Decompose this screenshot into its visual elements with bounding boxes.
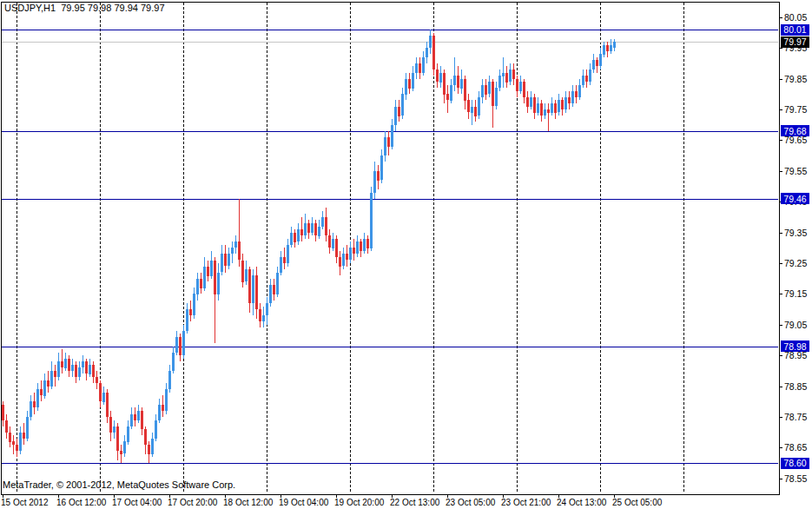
candle-body-bear xyxy=(200,279,202,288)
candle-body-bear xyxy=(2,405,4,420)
candle-body-bear xyxy=(68,359,70,371)
candle-body-bull xyxy=(498,76,501,88)
y-axis-label: 79.35 xyxy=(784,228,807,238)
candle-body-bear xyxy=(259,309,261,321)
candle-body-bull xyxy=(519,82,522,91)
candle-body-bear xyxy=(585,76,588,82)
candle-body-bear xyxy=(99,383,102,401)
candle-body-bull xyxy=(429,36,432,48)
candle-body-bull xyxy=(165,389,168,411)
candle-body-bull xyxy=(19,433,22,451)
candle-body-bear xyxy=(248,269,251,303)
candle-body-bear xyxy=(16,445,18,451)
candle-body-bear xyxy=(335,239,338,257)
candle-body-bear xyxy=(96,377,98,383)
y-axis-label: 79.25 xyxy=(784,258,807,268)
candle-body-bull xyxy=(193,294,195,315)
y-axis-label: 79.75 xyxy=(784,104,807,115)
y-axis-label: 79.05 xyxy=(784,320,807,330)
candle-body-bull xyxy=(71,365,74,371)
candle-body-bull xyxy=(113,426,116,433)
candle-body-bear xyxy=(314,223,317,235)
candle-body-bull xyxy=(544,109,546,116)
x-axis-label: 22 Oct 13:00 xyxy=(390,498,440,507)
candle-body-bear xyxy=(346,254,348,260)
candle-body-bear xyxy=(526,97,529,107)
candle-body-bear xyxy=(505,73,508,83)
candle-body-bear xyxy=(214,261,216,294)
candle-body-bull xyxy=(599,54,602,66)
candle-body-bull xyxy=(422,57,425,73)
y-axis-label: 78.55 xyxy=(784,473,807,484)
candle-body-bear xyxy=(207,267,209,276)
candle-body-bear xyxy=(446,94,449,100)
candle-body-bull xyxy=(168,371,171,389)
candle-body-bear xyxy=(189,309,192,315)
candle-body-bull xyxy=(426,48,428,57)
y-axis-label: 78.65 xyxy=(784,442,807,453)
candle-body-bear xyxy=(85,361,88,373)
candle-body-bear xyxy=(419,63,421,73)
candle-body-bull xyxy=(217,273,220,294)
candle-body-bear xyxy=(116,426,119,451)
y-axis-label: 78.85 xyxy=(784,381,807,392)
candle-body-bull xyxy=(412,73,414,89)
candle-body-bull xyxy=(287,245,289,263)
candle-body-bear xyxy=(464,79,466,101)
candle-body-bull xyxy=(234,241,237,248)
candle-body-bull xyxy=(231,248,234,254)
candle-body-bull xyxy=(182,331,185,355)
candle-body-bull xyxy=(478,97,480,116)
candle-body-bull xyxy=(127,426,129,442)
candle-body-bull xyxy=(394,107,397,125)
x-axis-label: 17 Oct 20:00 xyxy=(168,498,218,507)
candle-body-bear xyxy=(33,401,36,407)
candle-body-bear xyxy=(238,241,241,260)
candle-body-bull xyxy=(137,411,140,420)
candle-body-bull xyxy=(26,417,29,439)
candle-body-bear xyxy=(109,417,112,433)
candle-body-bull xyxy=(252,275,254,303)
candle-body-bear xyxy=(148,445,150,454)
candle-body-bear xyxy=(325,217,327,235)
candle-body-bull xyxy=(64,359,67,368)
candle-body-bull xyxy=(318,227,320,236)
candle-body-bull xyxy=(50,371,53,387)
candle-body-bull xyxy=(603,45,605,55)
candle-body-bear xyxy=(547,109,550,113)
candle-body-bear xyxy=(224,254,227,266)
candle-body-bear xyxy=(120,451,122,454)
candle-body-bull xyxy=(228,254,230,266)
candle-body-bear xyxy=(328,235,331,248)
candle-body-bear xyxy=(241,261,244,282)
candle-body-bear xyxy=(92,365,95,377)
candle-body-bull xyxy=(57,361,60,377)
chart-canvas[interactable]: 80.0579.9579.8579.7579.6579.5579.4579.35… xyxy=(0,0,812,509)
candle-body-bull xyxy=(210,261,213,276)
candle-body-bear xyxy=(283,257,286,263)
candle-body-bull xyxy=(363,239,366,251)
candle-body-bull xyxy=(43,380,46,396)
x-axis-label: 23 Oct 05:00 xyxy=(446,498,496,507)
candle-body-bear xyxy=(457,76,459,88)
candle-body-bull xyxy=(571,91,574,103)
mt4-chart-window: USDJPY,H1 79.95 79.98 79.94 79.97 80.057… xyxy=(0,0,812,509)
candle-body-bear xyxy=(5,420,8,433)
ohlc-values: 79.95 79.98 79.94 79.97 xyxy=(61,3,164,13)
candle-body-bull xyxy=(373,171,376,193)
y-axis-label: 79.85 xyxy=(784,74,807,84)
candle-body-bear xyxy=(12,441,15,445)
candle-body-bull xyxy=(276,273,279,294)
y-axis-label: 80.05 xyxy=(784,12,807,23)
candle-body-bear xyxy=(47,380,50,387)
x-axis-label: 16 Oct 12:00 xyxy=(56,498,107,507)
candle-body-bull xyxy=(582,76,584,85)
candle-body-bear xyxy=(596,60,598,66)
candle-body-bull xyxy=(332,239,334,248)
candle-body-bull xyxy=(89,365,91,374)
price-level-badge-label: 78.98 xyxy=(783,341,806,352)
candle-body-bull xyxy=(564,97,567,109)
candle-body-bull xyxy=(610,45,612,51)
plot-frame xyxy=(2,3,780,495)
candle-body-bear xyxy=(54,371,56,377)
